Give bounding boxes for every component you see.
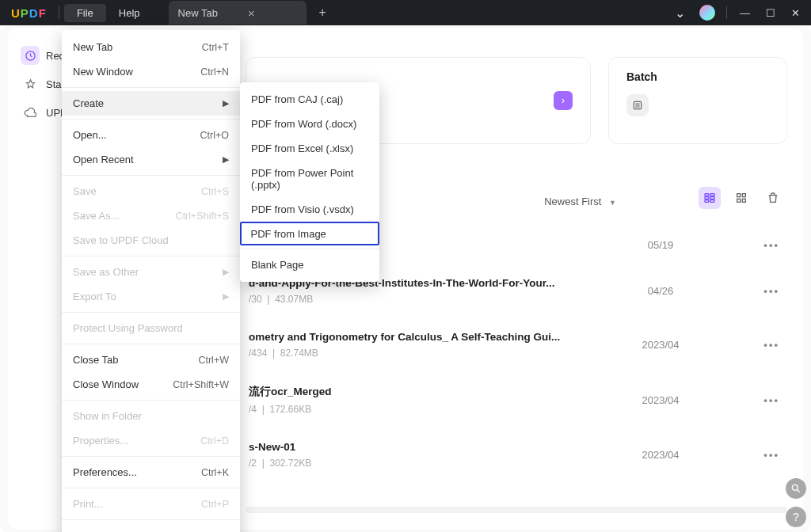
submenu-item-excel[interactable]: PDF from Excel (.xlsx) xyxy=(240,136,379,161)
more-icon[interactable]: ••• xyxy=(740,285,784,297)
menu-item-show-folder: Show in Folder xyxy=(62,404,240,428)
menu-item-preferences[interactable]: Preferences...Ctrl+K xyxy=(62,460,240,484)
file-date: 2023/04 xyxy=(581,339,740,351)
menu-item-quit[interactable]: Quit UPDFCtrl+Q xyxy=(62,523,240,532)
submenu-item-caj[interactable]: PDF from CAJ (.caj) xyxy=(240,87,379,112)
scrollbar[interactable] xyxy=(246,507,787,513)
batch-icon xyxy=(626,94,649,116)
list-item[interactable]: 流行ocr_Merged/4 | 172.66KB 2023/04 ••• xyxy=(246,372,787,428)
submenu-item-word[interactable]: PDF from Word (.docx) xyxy=(240,112,379,136)
window-maximize-button[interactable]: ☐ xyxy=(758,4,783,22)
menu-item-print: Print...Ctrl+P xyxy=(62,492,240,516)
menu-item-properties: Properties...Ctrl+D xyxy=(62,428,240,453)
chevron-right-icon: ▶ xyxy=(223,291,229,302)
list-item[interactable]: ometry and Trigonometry for Calculus_ A … xyxy=(246,318,787,372)
svg-rect-9 xyxy=(742,194,745,197)
svg-rect-2 xyxy=(705,194,709,196)
sort-select[interactable]: Newest First ▼ xyxy=(539,192,621,211)
view-toggles xyxy=(699,187,784,209)
batch-card[interactable]: Batch xyxy=(608,57,787,144)
titlebar: U P D F File Help New Tab × + ⌄ — ☐ ✕ xyxy=(0,0,811,25)
delete-button[interactable] xyxy=(762,187,784,209)
menu-item-close-tab[interactable]: Close TabCtrl+W xyxy=(62,348,240,372)
submenu-item-image[interactable]: PDF from Image xyxy=(240,222,379,245)
menu-item-save-other: Save as Other▶ xyxy=(62,260,240,284)
svg-point-12 xyxy=(792,484,798,490)
star-icon xyxy=(21,74,40,93)
menu-item-protect: Protect Using Password xyxy=(62,316,240,340)
chevron-right-icon: ▶ xyxy=(223,98,229,108)
window-close-button[interactable]: ✕ xyxy=(783,4,808,22)
more-icon[interactable]: ••• xyxy=(740,394,784,406)
file-meta: /30 | 43.07MB xyxy=(249,294,581,305)
submenu-item-visio[interactable]: PDF from Visio (.vsdx) xyxy=(240,197,379,222)
divider xyxy=(726,6,727,19)
menu-item-open-recent[interactable]: Open Recent▶ xyxy=(62,147,240,172)
menu-item-new-tab[interactable]: New TabCtrl+T xyxy=(62,35,240,59)
menu-separator xyxy=(62,456,240,457)
file-title: 流行ocr_Merged xyxy=(249,385,581,399)
menu-separator xyxy=(62,519,240,520)
avatar[interactable] xyxy=(699,5,715,21)
menu-separator xyxy=(62,488,240,488)
submenu-item-blank[interactable]: Blank Page xyxy=(240,253,379,277)
chevron-right-icon[interactable]: › xyxy=(554,91,573,110)
menu-item-save-as: Save As...Ctrl+Shift+S xyxy=(62,203,240,228)
menu-item-close-window[interactable]: Close WindowCtrl+Shift+W xyxy=(62,372,240,397)
file-date: 2023/04 xyxy=(581,394,740,406)
menu-item-new-window[interactable]: New WindowCtrl+N xyxy=(62,59,240,84)
svg-rect-10 xyxy=(737,199,741,202)
menu-help[interactable]: Help xyxy=(106,4,153,22)
search-fab[interactable] xyxy=(786,478,806,499)
close-icon[interactable]: × xyxy=(248,6,255,20)
file-title: ometry and Trigonometry for Calculus_ A … xyxy=(249,331,581,343)
sort-label: Newest First xyxy=(544,196,601,207)
file-meta: /434 | 82.74MB xyxy=(249,348,581,359)
menu-separator xyxy=(62,119,240,120)
menu-item-save-cloud: Save to UPDF Cloud xyxy=(62,228,240,253)
menu-item-create[interactable]: Create▶ xyxy=(62,91,240,116)
file-date: 04/26 xyxy=(581,285,740,297)
logo-letter: F xyxy=(39,6,46,20)
file-title: s-New-01 xyxy=(249,441,581,453)
more-icon[interactable]: ••• xyxy=(740,449,784,461)
menu-separator xyxy=(240,249,379,249)
more-icon[interactable]: ••• xyxy=(740,339,784,351)
create-submenu: PDF from CAJ (.caj) PDF from Word (.docx… xyxy=(240,82,379,282)
clock-icon xyxy=(21,46,40,65)
cloud-icon xyxy=(21,103,40,122)
svg-rect-7 xyxy=(710,200,714,203)
chevron-right-icon: ▶ xyxy=(223,267,229,277)
file-meta: /4 | 172.66KB xyxy=(249,404,581,415)
svg-rect-8 xyxy=(737,194,741,197)
tab-bar: New Tab × + xyxy=(169,0,331,25)
chevron-down-icon[interactable]: ⌄ xyxy=(667,2,693,24)
help-fab[interactable]: ? xyxy=(786,507,806,527)
chevron-right-icon: ▶ xyxy=(223,154,229,165)
window-minimize-button[interactable]: — xyxy=(732,4,758,22)
svg-rect-6 xyxy=(710,197,714,200)
list-item[interactable]: s-New-01/2 | 302.72KB 2023/04 ••• xyxy=(246,428,787,482)
divider xyxy=(59,6,59,19)
list-view-button[interactable] xyxy=(699,187,721,209)
menu-item-save: SaveCtrl+S xyxy=(62,179,240,203)
more-icon[interactable]: ••• xyxy=(740,239,784,251)
menu-separator xyxy=(62,87,240,88)
submenu-item-ppt[interactable]: PDF from Power Point (.pptx) xyxy=(240,161,379,197)
tab-new[interactable]: New Tab × xyxy=(169,1,307,25)
svg-rect-4 xyxy=(705,200,709,203)
grid-view-button[interactable] xyxy=(730,187,752,209)
menu-file[interactable]: File xyxy=(64,4,106,22)
card-title: Batch xyxy=(626,70,769,83)
add-tab-button[interactable]: + xyxy=(314,2,331,23)
caret-down-icon: ▼ xyxy=(609,199,616,207)
menu-separator xyxy=(62,400,240,401)
menu-separator xyxy=(62,312,240,313)
svg-rect-5 xyxy=(710,194,714,196)
file-date: 2023/04 xyxy=(581,449,740,461)
file-date: 05/19 xyxy=(581,239,740,251)
menu-item-open[interactable]: Open...Ctrl+O xyxy=(62,123,240,147)
menu-separator xyxy=(62,344,240,344)
file-menu: New TabCtrl+T New WindowCtrl+N Create▶ O… xyxy=(62,30,240,532)
file-meta: /2 | 302.72KB xyxy=(249,458,581,469)
